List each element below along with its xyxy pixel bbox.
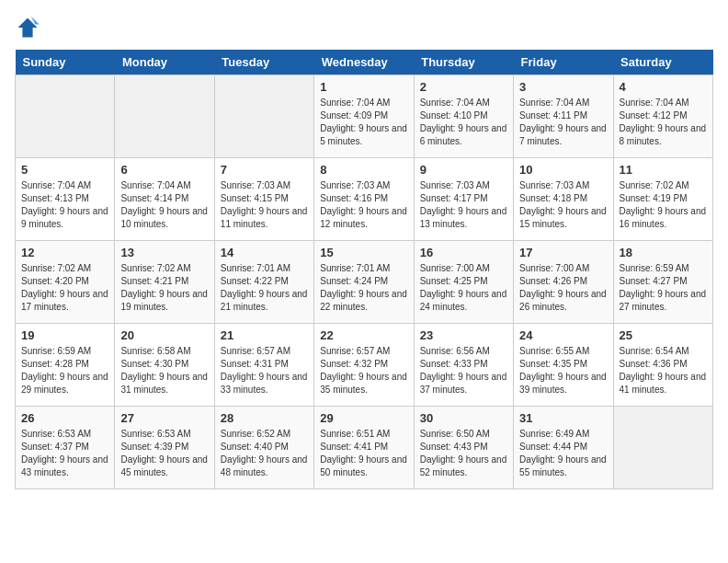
calendar-week-row: 12Sunrise: 7:02 AM Sunset: 4:20 PM Dayli… <box>16 241 713 324</box>
calendar-cell: 8Sunrise: 7:03 AM Sunset: 4:16 PM Daylig… <box>314 158 414 241</box>
calendar-cell: 11Sunrise: 7:02 AM Sunset: 4:19 PM Dayli… <box>613 158 712 241</box>
cell-detail: Sunrise: 7:01 AM Sunset: 4:22 PM Dayligh… <box>221 262 308 314</box>
cell-detail: Sunrise: 7:02 AM Sunset: 4:20 PM Dayligh… <box>21 262 108 314</box>
weekday-friday: Friday <box>514 50 613 75</box>
calendar-cell <box>115 75 214 158</box>
calendar-cell: 4Sunrise: 7:04 AM Sunset: 4:12 PM Daylig… <box>613 75 712 158</box>
calendar-table: SundayMondayTuesdayWednesdayThursdayFrid… <box>15 50 713 489</box>
calendar-cell: 28Sunrise: 6:52 AM Sunset: 4:40 PM Dayli… <box>214 407 313 489</box>
cell-detail: Sunrise: 6:53 AM Sunset: 4:37 PM Dayligh… <box>21 428 108 479</box>
weekday-header-row: SundayMondayTuesdayWednesdayThursdayFrid… <box>16 50 713 75</box>
cell-detail: Sunrise: 7:01 AM Sunset: 4:24 PM Dayligh… <box>320 262 407 314</box>
calendar-cell <box>16 75 115 158</box>
day-number: 6 <box>120 163 208 177</box>
cell-detail: Sunrise: 7:00 AM Sunset: 4:26 PM Dayligh… <box>519 262 607 314</box>
cell-detail: Sunrise: 6:57 AM Sunset: 4:31 PM Dayligh… <box>221 345 308 396</box>
cell-detail: Sunrise: 7:02 AM Sunset: 4:21 PM Dayligh… <box>120 262 208 314</box>
calendar-cell: 16Sunrise: 7:00 AM Sunset: 4:25 PM Dayli… <box>414 241 513 324</box>
calendar-week-row: 19Sunrise: 6:59 AM Sunset: 4:28 PM Dayli… <box>16 324 713 407</box>
day-number: 12 <box>21 246 108 259</box>
calendar-cell: 26Sunrise: 6:53 AM Sunset: 4:37 PM Dayli… <box>16 407 115 489</box>
weekday-thursday: Thursday <box>414 50 513 75</box>
day-number: 4 <box>620 80 707 94</box>
day-number: 21 <box>221 328 308 342</box>
day-number: 13 <box>120 246 208 259</box>
day-number: 28 <box>221 411 308 425</box>
day-number: 11 <box>620 163 707 177</box>
calendar-week-row: 5Sunrise: 7:04 AM Sunset: 4:13 PM Daylig… <box>16 158 713 241</box>
cell-detail: Sunrise: 6:59 AM Sunset: 4:28 PM Dayligh… <box>21 345 108 396</box>
page-header <box>15 15 713 40</box>
weekday-wednesday: Wednesday <box>314 50 414 75</box>
calendar-cell: 13Sunrise: 7:02 AM Sunset: 4:21 PM Dayli… <box>115 241 214 324</box>
day-number: 1 <box>320 80 407 94</box>
cell-detail: Sunrise: 7:00 AM Sunset: 4:25 PM Dayligh… <box>420 262 507 314</box>
cell-detail: Sunrise: 7:02 AM Sunset: 4:19 PM Dayligh… <box>620 179 707 231</box>
cell-detail: Sunrise: 6:49 AM Sunset: 4:44 PM Dayligh… <box>519 428 607 479</box>
day-number: 23 <box>420 328 507 342</box>
calendar-cell: 23Sunrise: 6:56 AM Sunset: 4:33 PM Dayli… <box>414 324 513 407</box>
day-number: 20 <box>120 328 208 342</box>
cell-detail: Sunrise: 6:54 AM Sunset: 4:36 PM Dayligh… <box>620 345 707 396</box>
calendar-cell: 7Sunrise: 7:03 AM Sunset: 4:15 PM Daylig… <box>214 158 313 241</box>
cell-detail: Sunrise: 7:04 AM Sunset: 4:12 PM Dayligh… <box>620 97 707 148</box>
calendar-cell: 9Sunrise: 7:03 AM Sunset: 4:17 PM Daylig… <box>414 158 513 241</box>
day-number: 30 <box>420 411 507 425</box>
calendar-cell: 21Sunrise: 6:57 AM Sunset: 4:31 PM Dayli… <box>214 324 313 407</box>
calendar-cell: 18Sunrise: 6:59 AM Sunset: 4:27 PM Dayli… <box>613 241 712 324</box>
cell-detail: Sunrise: 6:51 AM Sunset: 4:41 PM Dayligh… <box>320 428 407 479</box>
cell-detail: Sunrise: 7:04 AM Sunset: 4:11 PM Dayligh… <box>519 97 607 148</box>
day-number: 15 <box>320 246 407 259</box>
day-number: 18 <box>620 246 707 259</box>
calendar-cell: 10Sunrise: 7:03 AM Sunset: 4:18 PM Dayli… <box>514 158 613 241</box>
calendar-cell: 17Sunrise: 7:00 AM Sunset: 4:26 PM Dayli… <box>514 241 613 324</box>
cell-detail: Sunrise: 6:50 AM Sunset: 4:43 PM Dayligh… <box>420 428 507 479</box>
calendar-cell: 22Sunrise: 6:57 AM Sunset: 4:32 PM Dayli… <box>314 324 414 407</box>
cell-detail: Sunrise: 7:03 AM Sunset: 4:15 PM Dayligh… <box>221 179 308 231</box>
calendar-cell: 24Sunrise: 6:55 AM Sunset: 4:35 PM Dayli… <box>514 324 613 407</box>
calendar-cell: 6Sunrise: 7:04 AM Sunset: 4:14 PM Daylig… <box>115 158 214 241</box>
day-number: 7 <box>221 163 308 177</box>
cell-detail: Sunrise: 6:52 AM Sunset: 4:40 PM Dayligh… <box>221 428 308 479</box>
calendar-cell: 5Sunrise: 7:04 AM Sunset: 4:13 PM Daylig… <box>16 158 115 241</box>
calendar-cell: 1Sunrise: 7:04 AM Sunset: 4:09 PM Daylig… <box>314 75 414 158</box>
calendar-cell: 3Sunrise: 7:04 AM Sunset: 4:11 PM Daylig… <box>514 75 613 158</box>
calendar-cell: 19Sunrise: 6:59 AM Sunset: 4:28 PM Dayli… <box>16 324 115 407</box>
logo-icon <box>15 15 40 40</box>
calendar-header: SundayMondayTuesdayWednesdayThursdayFrid… <box>16 50 713 75</box>
day-number: 27 <box>120 411 208 425</box>
calendar-cell: 2Sunrise: 7:04 AM Sunset: 4:10 PM Daylig… <box>414 75 513 158</box>
calendar-cell <box>613 407 712 489</box>
weekday-saturday: Saturday <box>613 50 712 75</box>
day-number: 19 <box>21 328 108 342</box>
calendar-week-row: 1Sunrise: 7:04 AM Sunset: 4:09 PM Daylig… <box>16 75 713 158</box>
calendar-cell: 20Sunrise: 6:58 AM Sunset: 4:30 PM Dayli… <box>115 324 214 407</box>
calendar-week-row: 26Sunrise: 6:53 AM Sunset: 4:37 PM Dayli… <box>16 407 713 489</box>
day-number: 29 <box>320 411 407 425</box>
day-number: 17 <box>519 246 607 259</box>
calendar-cell <box>214 75 313 158</box>
calendar-body: 1Sunrise: 7:04 AM Sunset: 4:09 PM Daylig… <box>16 75 713 489</box>
cell-detail: Sunrise: 6:58 AM Sunset: 4:30 PM Dayligh… <box>120 345 208 396</box>
cell-detail: Sunrise: 6:55 AM Sunset: 4:35 PM Dayligh… <box>519 345 607 396</box>
cell-detail: Sunrise: 7:03 AM Sunset: 4:18 PM Dayligh… <box>519 179 607 231</box>
cell-detail: Sunrise: 7:03 AM Sunset: 4:16 PM Dayligh… <box>320 179 407 231</box>
day-number: 26 <box>21 411 108 425</box>
weekday-sunday: Sunday <box>16 50 115 75</box>
cell-detail: Sunrise: 6:56 AM Sunset: 4:33 PM Dayligh… <box>420 345 507 396</box>
cell-detail: Sunrise: 6:59 AM Sunset: 4:27 PM Dayligh… <box>620 262 707 314</box>
day-number: 8 <box>320 163 407 177</box>
cell-detail: Sunrise: 7:04 AM Sunset: 4:10 PM Dayligh… <box>420 97 507 148</box>
weekday-tuesday: Tuesday <box>214 50 313 75</box>
cell-detail: Sunrise: 6:57 AM Sunset: 4:32 PM Dayligh… <box>320 345 407 396</box>
day-number: 9 <box>420 163 507 177</box>
day-number: 25 <box>620 328 707 342</box>
cell-detail: Sunrise: 7:03 AM Sunset: 4:17 PM Dayligh… <box>420 179 507 231</box>
calendar-cell: 25Sunrise: 6:54 AM Sunset: 4:36 PM Dayli… <box>613 324 712 407</box>
day-number: 31 <box>519 411 607 425</box>
day-number: 2 <box>420 80 507 94</box>
day-number: 3 <box>519 80 607 94</box>
calendar-cell: 14Sunrise: 7:01 AM Sunset: 4:22 PM Dayli… <box>214 241 313 324</box>
cell-detail: Sunrise: 7:04 AM Sunset: 4:09 PM Dayligh… <box>320 97 407 148</box>
day-number: 10 <box>519 163 607 177</box>
